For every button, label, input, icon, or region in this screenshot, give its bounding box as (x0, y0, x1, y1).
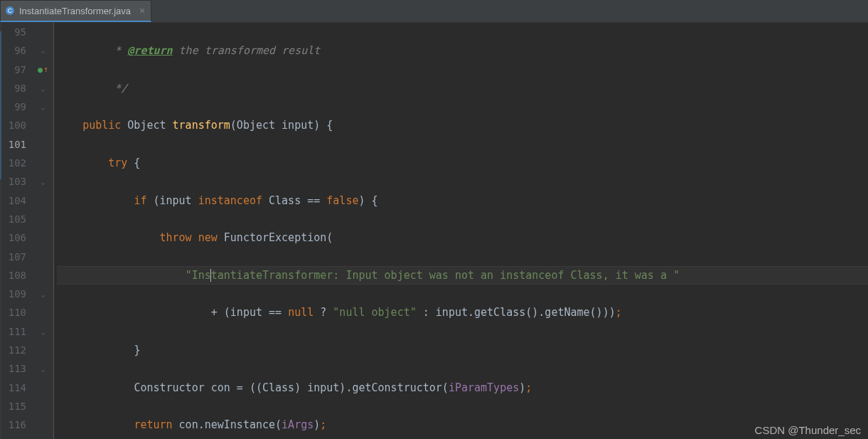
code-text: Class == (262, 194, 326, 207)
line-number: 114 (0, 379, 26, 397)
semicolon: ; (525, 381, 532, 394)
keyword: instanceof (198, 194, 262, 207)
gutter-marker (33, 117, 53, 135)
fold-marker-gutter: ⌄●↑⌄⌄ ⌄ ⌄ ⌄ ⌄ (33, 23, 54, 439)
gutter-marker (33, 342, 53, 360)
line-number: 105 (0, 210, 26, 228)
gutter-marker: ⌄ (33, 41, 53, 60)
code-text: (input (146, 194, 198, 207)
gutter-marker (33, 192, 53, 211)
code-text: ? (314, 306, 333, 319)
gutter-marker: ⌄ (33, 80, 53, 98)
comment-text: the transformed result (173, 44, 321, 57)
gutter-marker (33, 229, 53, 248)
string-literal: tantiateTransformer: Input object was no… (211, 269, 680, 282)
gutter-marker (33, 398, 53, 416)
keyword: if (134, 194, 146, 207)
watermark: CSDN @Thunder_sec (755, 424, 861, 436)
gutter-marker (33, 379, 53, 398)
editor: 9596979899100101102103104105106107108109… (0, 23, 868, 439)
code-text: con.newInstance( (173, 418, 282, 431)
code-text: + (input == (211, 306, 288, 319)
gutter-marker (33, 136, 53, 154)
gutter-marker (33, 248, 53, 267)
code-text: FunctorException( (218, 231, 333, 244)
gutter-marker: ⌄ (33, 323, 53, 342)
line-number: 115 (0, 397, 26, 416)
line-number: 116 (0, 416, 26, 434)
semicolon: ; (616, 306, 622, 319)
svg-text:C: C (8, 7, 13, 14)
fold-handle-icon[interactable]: ⌄ (41, 103, 45, 111)
line-number: 107 (0, 248, 26, 266)
space (192, 231, 198, 244)
gutter-marker: ●↑ (33, 60, 53, 80)
fold-handle-icon[interactable]: ⌄ (41, 328, 45, 336)
file-tab[interactable]: C InstantiateTransformer.java × (0, 0, 151, 22)
comment-text: * (108, 44, 127, 57)
code-text: ) (314, 418, 320, 431)
java-class-icon: C (5, 6, 15, 16)
code-text: (Object input) { (230, 119, 333, 132)
gutter-marker: ⌄ (33, 98, 53, 117)
method-name: transform (173, 119, 230, 132)
line-number: 106 (0, 228, 26, 247)
code-text: ) { (358, 194, 377, 207)
gutter-marker: ⌄ (33, 285, 53, 304)
gutter-marker (33, 23, 53, 41)
code-text: Constructor con = ((Class) input).getCon… (134, 381, 449, 394)
line-number: 112 (0, 341, 26, 359)
keyword: return (134, 418, 172, 431)
line-number: 100 (0, 116, 26, 134)
code-text: ) (519, 381, 525, 394)
fold-handle-icon[interactable]: ⌄ (41, 365, 45, 373)
gutter-marker: ⌄ (33, 173, 53, 191)
semicolon: ; (320, 418, 326, 431)
javadoc-tag: @return (127, 44, 172, 57)
fold-handle-icon[interactable]: ⌄ (41, 85, 45, 92)
gutter-marker (33, 267, 53, 285)
code-text: Object (121, 119, 172, 132)
line-number: 111 (0, 322, 26, 341)
fold-handle-icon[interactable]: ⌄ (41, 178, 45, 186)
line-number: 113 (0, 359, 26, 378)
line-number: 101 (0, 135, 26, 154)
fold-handle-icon[interactable]: ⌄ (41, 290, 45, 298)
line-number: 97 (0, 60, 26, 79)
line-number: 95 (0, 23, 26, 41)
tab-bar: C InstantiateTransformer.java × (0, 0, 868, 23)
gutter-marker (33, 154, 53, 173)
gutter-marker (33, 416, 53, 435)
field-ref: iParamTypes (449, 381, 519, 394)
keyword: new (198, 231, 218, 244)
line-number: 96 (0, 41, 26, 60)
string-literal: "Ins (186, 269, 211, 282)
gutter-marker (33, 304, 53, 322)
field-ref: iArgs (282, 418, 314, 431)
code-text: { (127, 157, 140, 169)
line-number: 108 (0, 266, 26, 285)
tab-filename: InstantiateTransformer.java (19, 6, 131, 16)
keyword: false (326, 194, 358, 207)
line-number: 103 (0, 172, 26, 191)
fold-handle-icon[interactable]: ⌄ (41, 46, 45, 54)
keyword: public (82, 119, 121, 132)
line-number: 102 (0, 154, 26, 172)
string-literal: "null object" (333, 306, 416, 319)
left-stripe (0, 23, 1, 439)
line-number: 109 (0, 285, 26, 303)
code-text: } (134, 344, 140, 356)
line-number: 104 (0, 191, 26, 210)
close-icon[interactable]: × (139, 5, 145, 16)
code-area[interactable]: * @return the transformed result */ publ… (54, 23, 868, 439)
line-number-gutter: 9596979899100101102103104105106107108109… (0, 23, 33, 439)
line-number: 99 (0, 97, 26, 116)
gutter-marker (33, 211, 53, 229)
line-number: 98 (0, 79, 26, 97)
code-text: : input.getClass().getName())) (417, 306, 616, 319)
keyword: try (108, 157, 127, 169)
comment-text: */ (108, 82, 127, 95)
gutter-marker: ⌄ (33, 360, 53, 379)
override-icon: ● (38, 60, 43, 79)
keyword: null (288, 306, 314, 319)
